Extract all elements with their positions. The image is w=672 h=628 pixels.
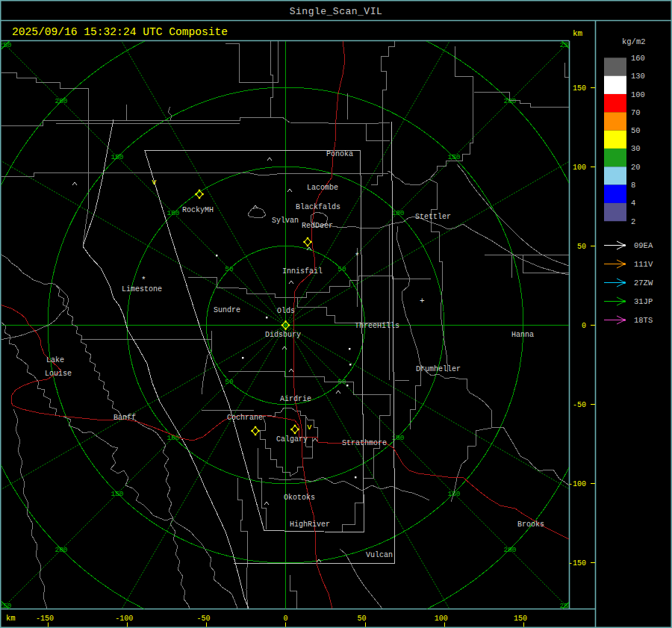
svg-text:2: 2: [631, 217, 635, 226]
svg-text:50: 50: [577, 243, 586, 251]
svg-text:50: 50: [358, 615, 367, 623]
svg-text:150: 150: [111, 153, 123, 161]
svg-text:HighRiver: HighRiver: [290, 520, 330, 529]
svg-text:200: 200: [503, 97, 516, 105]
svg-text:100: 100: [391, 434, 404, 442]
svg-text:km: km: [6, 614, 16, 623]
svg-text:100: 100: [631, 90, 645, 99]
svg-text:Hanna: Hanna: [511, 331, 534, 339]
svg-text:50: 50: [337, 265, 346, 273]
svg-text:50: 50: [225, 378, 234, 386]
svg-text:-150: -150: [568, 559, 586, 568]
svg-text:Olds: Olds: [277, 307, 295, 315]
svg-text:Limestone: Limestone: [122, 285, 162, 293]
svg-text:Okotoks: Okotoks: [284, 494, 315, 502]
svg-text:RockyMH: RockyMH: [182, 206, 214, 214]
svg-text:50: 50: [631, 126, 641, 135]
svg-text:100: 100: [435, 615, 448, 623]
svg-text:v: v: [307, 423, 312, 432]
svg-text:Ponoka: Ponoka: [326, 150, 353, 158]
svg-text:Banff: Banff: [113, 414, 136, 422]
svg-text:09EA: 09EA: [634, 241, 653, 250]
svg-text:150: 150: [447, 153, 460, 161]
svg-text:0: 0: [283, 615, 287, 623]
svg-text:Didsbury: Didsbury: [265, 331, 301, 339]
svg-text:20: 20: [631, 163, 641, 172]
svg-text:ThreeHills: ThreeHills: [355, 322, 399, 330]
svg-text:Calgary: Calgary: [276, 435, 308, 444]
svg-text:-100: -100: [115, 615, 133, 623]
svg-text:Lake: Lake: [46, 356, 64, 364]
svg-text:150: 150: [514, 615, 527, 623]
svg-text:+: +: [420, 296, 425, 305]
svg-text:130: 130: [631, 72, 645, 81]
svg-text:31JP: 31JP: [634, 297, 653, 306]
svg-text:27ZW: 27ZW: [634, 279, 653, 287]
svg-text:Sylvan: Sylvan: [272, 217, 299, 225]
svg-text:Blackfalds: Blackfalds: [296, 203, 340, 211]
svg-text:kg/m2: kg/m2: [622, 37, 646, 46]
svg-text:Lacombe: Lacombe: [307, 184, 338, 192]
svg-text:km: km: [573, 29, 583, 38]
svg-text:4: 4: [631, 199, 635, 208]
svg-text:100: 100: [391, 209, 404, 217]
svg-text:100: 100: [573, 164, 586, 172]
svg-text:8: 8: [631, 181, 635, 190]
svg-text:Drumheller: Drumheller: [416, 365, 461, 373]
svg-text:*: *: [355, 252, 360, 261]
svg-text:-150: -150: [36, 615, 54, 623]
svg-text:Cochrane: Cochrane: [227, 414, 263, 422]
svg-text:0: 0: [582, 322, 586, 330]
svg-text:Sundre: Sundre: [214, 306, 240, 314]
svg-text:200: 200: [55, 97, 67, 105]
svg-text:Vulcan: Vulcan: [366, 551, 393, 559]
svg-text:250: 250: [0, 41, 12, 49]
svg-text:-50: -50: [573, 401, 586, 409]
svg-text:160: 160: [631, 54, 645, 63]
svg-text:18TS: 18TS: [634, 316, 653, 325]
svg-text:Louise: Louise: [45, 370, 72, 378]
svg-text:200: 200: [503, 546, 516, 554]
svg-text:150: 150: [573, 84, 586, 93]
svg-text:30: 30: [631, 144, 641, 153]
svg-text:Brooks: Brooks: [517, 520, 544, 529]
svg-text:2025/09/16 15:32:24 UTC Compos: 2025/09/16 15:32:24 UTC Composite: [12, 26, 228, 38]
svg-text:70: 70: [631, 108, 641, 117]
svg-text:200: 200: [55, 546, 67, 554]
svg-text:111V: 111V: [634, 260, 653, 269]
svg-text:Strathmore: Strathmore: [342, 439, 387, 447]
svg-text:Single_Scan_VIL: Single_Scan_VIL: [290, 6, 383, 17]
svg-text:Innisfail: Innisfail: [282, 267, 323, 276]
svg-text:*: *: [141, 276, 146, 285]
svg-text:Airdrie: Airdrie: [280, 395, 311, 403]
svg-text:-100: -100: [568, 480, 586, 488]
svg-text:250: 250: [0, 602, 12, 610]
svg-text:v: v: [152, 178, 157, 187]
svg-text:-50: -50: [196, 615, 210, 623]
svg-text:150: 150: [111, 490, 123, 498]
svg-text:50: 50: [225, 265, 234, 273]
svg-text:RedDeer: RedDeer: [302, 222, 333, 230]
svg-text:100: 100: [167, 209, 179, 217]
svg-text:Stettler: Stettler: [415, 213, 451, 221]
